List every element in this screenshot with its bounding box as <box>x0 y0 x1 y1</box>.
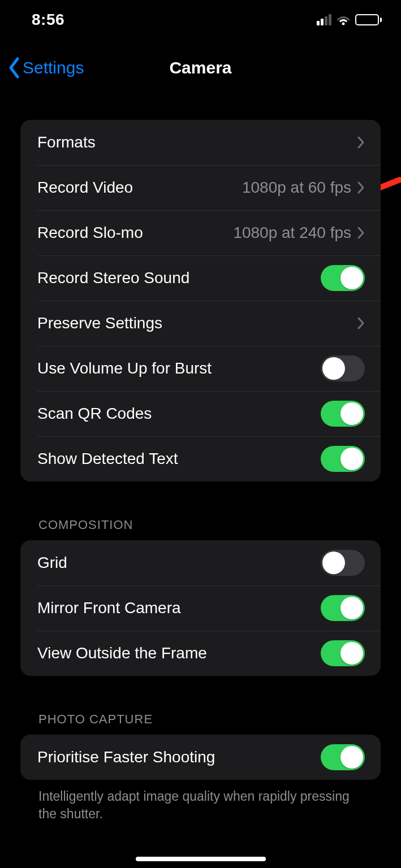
group-footer-photo-capture: Intelligently adapt image quality when r… <box>20 780 381 823</box>
row-label: Formats <box>37 133 96 151</box>
chevron-right-icon <box>357 136 365 149</box>
group-header-photo-capture: PHOTO CAPTURE <box>20 712 381 735</box>
status-icons <box>317 14 382 25</box>
row-view-outside-frame: View Outside the Frame <box>20 631 381 676</box>
row-record-stereo-sound: Record Stereo Sound <box>20 255 381 301</box>
wifi-icon <box>336 14 351 25</box>
home-indicator[interactable] <box>136 857 266 861</box>
toggle-scan-qr-codes[interactable] <box>321 401 365 427</box>
settings-group-composition: Grid Mirror Front Camera View Outside th… <box>20 540 381 676</box>
row-prioritise-faster-shooting: Prioritise Faster Shooting <box>20 735 381 780</box>
row-label: View Outside the Frame <box>37 644 207 662</box>
row-label: Use Volume Up for Burst <box>37 359 212 377</box>
toggle-grid[interactable] <box>321 550 365 576</box>
toggle-prioritise-faster-shooting[interactable] <box>321 744 365 770</box>
row-label: Grid <box>37 554 67 572</box>
svg-point-0 <box>342 23 345 25</box>
toggle-volume-up-burst[interactable] <box>321 355 365 381</box>
back-label: Settings <box>23 58 84 77</box>
settings-group-main: Formats Record Video 1080p at 60 fps Rec… <box>20 120 381 481</box>
row-preserve-settings[interactable]: Preserve Settings <box>20 301 381 346</box>
toggle-record-stereo-sound[interactable] <box>321 265 365 291</box>
nav-header: Settings Camera <box>0 51 401 85</box>
row-record-video[interactable]: Record Video 1080p at 60 fps <box>20 165 381 210</box>
toggle-show-detected-text[interactable] <box>321 446 365 472</box>
row-label: Mirror Front Camera <box>37 599 181 617</box>
toggle-mirror-front-camera[interactable] <box>321 595 365 621</box>
row-label: Scan QR Codes <box>37 405 152 423</box>
row-label: Record Video <box>37 179 133 197</box>
row-scan-qr-codes: Scan QR Codes <box>20 391 381 436</box>
row-label: Record Stereo Sound <box>37 269 189 287</box>
back-button[interactable]: Settings <box>8 57 84 79</box>
row-value: 1080p at 60 fps <box>242 179 351 197</box>
page-title: Camera <box>169 58 231 77</box>
group-header-composition: COMPOSITION <box>20 518 381 540</box>
row-record-slomo[interactable]: Record Slo-mo 1080p at 240 fps <box>20 210 381 255</box>
chevron-right-icon <box>357 316 365 330</box>
row-formats[interactable]: Formats <box>20 120 381 165</box>
status-time: 8:56 <box>32 11 64 29</box>
row-value: 1080p at 240 fps <box>233 224 351 242</box>
row-label: Record Slo-mo <box>37 224 143 242</box>
row-show-detected-text: Show Detected Text <box>20 436 381 481</box>
chevron-right-icon <box>357 181 365 194</box>
row-label: Preserve Settings <box>37 314 162 332</box>
row-mirror-front-camera: Mirror Front Camera <box>20 585 381 631</box>
chevron-right-icon <box>357 226 365 240</box>
toggle-view-outside-frame[interactable] <box>321 640 365 666</box>
row-grid: Grid <box>20 540 381 585</box>
chevron-left-icon <box>8 57 20 79</box>
status-bar: 8:56 <box>0 0 401 40</box>
row-label: Prioritise Faster Shooting <box>37 748 215 766</box>
cellular-icon <box>317 14 331 25</box>
row-volume-up-burst: Use Volume Up for Burst <box>20 346 381 391</box>
battery-icon <box>355 14 382 25</box>
row-label: Show Detected Text <box>37 450 178 468</box>
settings-group-photo-capture: Prioritise Faster Shooting <box>20 735 381 780</box>
